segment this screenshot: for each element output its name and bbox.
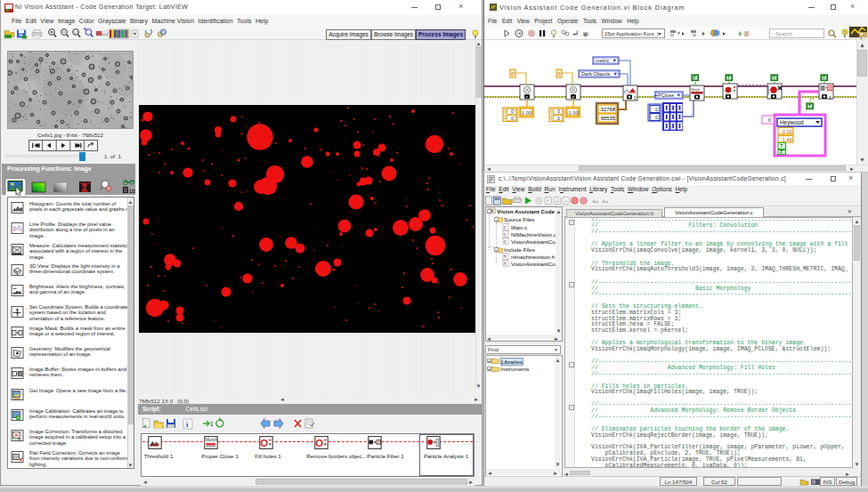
- svg-text:-32768: -32768: [599, 107, 615, 112]
- svg-text:T: T: [773, 76, 775, 80]
- svg-text:0: 0: [511, 109, 514, 114]
- svg-text:0: 0: [557, 116, 560, 121]
- svg-text:h: h: [504, 261, 507, 266]
- svg-text:PClose: PClose: [658, 93, 674, 98]
- svg-text:H: H: [20, 32, 23, 37]
- svg-text:F: F: [694, 76, 696, 80]
- svg-text:0.00: 0.00: [783, 129, 792, 134]
- svg-text:P: P: [572, 95, 575, 100]
- svg-text:1.00: 1.00: [522, 110, 531, 116]
- svg-text:0: 0: [655, 115, 658, 120]
- svg-text:P: P: [526, 95, 529, 100]
- svg-text:0: 0: [511, 116, 514, 121]
- svg-text:Dark Objects: Dark Objects: [581, 71, 611, 77]
- svg-text:123: 123: [129, 190, 135, 194]
- svg-text:9: 9: [829, 95, 831, 101]
- svg-text:1:1: 1:1: [74, 31, 78, 35]
- svg-text:?: ?: [843, 30, 846, 36]
- svg-text:T: T: [727, 76, 730, 80]
- svg-text:O: O: [315, 438, 323, 448]
- svg-text:Morph: Morph: [206, 438, 218, 442]
- svg-text:metric: metric: [596, 58, 609, 63]
- svg-text:Heywood: Heywood: [780, 119, 804, 126]
- svg-text:h: h: [504, 254, 507, 259]
- svg-text:T: T: [823, 76, 825, 80]
- svg-text:2: 2: [634, 95, 637, 101]
- svg-text:Morph: Morph: [692, 88, 701, 92]
- svg-text:ᆈ: ᆈ: [572, 30, 578, 37]
- svg-text:0: 0: [557, 109, 560, 114]
- svg-text:1.40: 1.40: [783, 137, 792, 142]
- svg-text:T: T: [808, 104, 811, 109]
- svg-text:O: O: [260, 438, 268, 448]
- svg-text:-1.00: -1.00: [567, 110, 579, 116]
- svg-text:1: 1: [210, 421, 214, 427]
- svg-text:ᆓ: ᆓ: [582, 31, 588, 37]
- svg-text:65535: 65535: [601, 116, 615, 121]
- svg-text:0: 0: [655, 107, 658, 112]
